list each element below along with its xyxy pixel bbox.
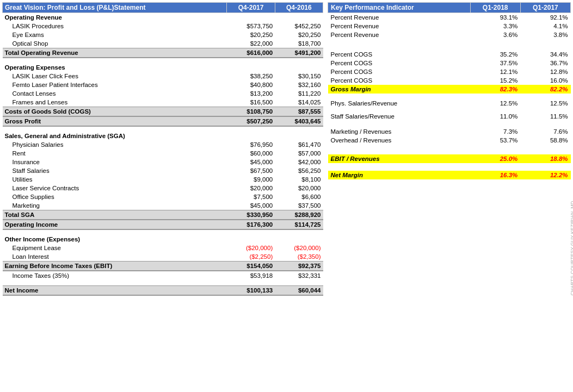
table-row: Staff Salaries $67,500 $56,250: [3, 166, 323, 175]
gross-profit-q4-2017: $507,250: [227, 116, 275, 126]
operating-income-q4-2017: $176,300: [227, 220, 275, 229]
table-title: Great Vision: Profit and Loss (P&L)State…: [3, 3, 227, 13]
kpi-label: Percent Revenue: [328, 22, 471, 30]
spacer: [328, 94, 571, 99]
item-q4-2016: $56,250: [275, 166, 323, 175]
net-margin-label: Net Margin: [328, 171, 471, 179]
item-q4-2017: ($20,000): [227, 244, 275, 252]
kpi-col1: 3.6%: [470, 30, 520, 39]
kpi-col1: 7.3%: [470, 127, 520, 136]
total-operating-revenue-row: Total Operating Revenue $616,000 $491,20…: [3, 48, 323, 58]
net-income-row: Net Income $100,133 $60,044: [3, 285, 323, 295]
watermark: CHARTS COURTESY GUY KEZIRIAN, MD: [570, 2, 573, 296]
kpi-label: Marketing / Revenues: [328, 127, 471, 136]
ebit-revenues-label: EBIT / Revenues: [328, 154, 471, 163]
total-sga-q4-2017: $330,950: [227, 210, 275, 220]
item-q4-2017: $45,000: [227, 158, 275, 166]
item-label: LASIK Laser Click Fees: [3, 72, 227, 80]
kpi-label: Percent Revenue: [328, 30, 471, 39]
spacer: [328, 145, 571, 150]
spacer: [3, 126, 323, 132]
item-label: Loan Interest: [3, 252, 227, 262]
table-row: LASIK Laser Click Fees $38,250 $30,150: [3, 72, 323, 80]
item-q4-2016: $20,000: [275, 184, 323, 192]
net-income-q4-2016: $60,044: [275, 285, 323, 295]
operating-income-label: Operating Income: [3, 220, 227, 229]
gross-margin-col2: 82.2%: [520, 85, 570, 94]
operating-revenue-section: Operating Revenue: [3, 13, 323, 22]
kpi-label: Percent COGS: [328, 76, 471, 85]
kpi-col1: 15.2%: [470, 76, 520, 85]
item-label: Frames and Lenses: [3, 98, 227, 107]
kpi-col2: 34.4%: [520, 50, 570, 59]
gross-profit-label: Gross Profit: [3, 116, 227, 126]
table-row: Loan Interest ($2,250) ($2,350): [3, 252, 323, 262]
kpi-col1: 12.5%: [470, 99, 520, 108]
item-q4-2017: $22,000: [227, 39, 275, 48]
item-q4-2016: $11,220: [275, 89, 323, 98]
sga-label: Sales, General and Administrative (SGA): [3, 132, 323, 140]
kpi-label: Percent COGS: [328, 50, 471, 59]
kpi-row: Staff Salaries/Revenue 11.0% 11.5%: [328, 112, 571, 121]
table-row: Utilities $9,000 $8,100: [3, 175, 323, 184]
cogs-q4-2016: $87,555: [275, 107, 323, 117]
item-label: LASIK Procedures: [3, 22, 227, 30]
total-label: Total Operating Revenue: [3, 48, 227, 58]
col-q4-2016-header: Q4-2016: [275, 3, 323, 13]
spacer: [3, 229, 323, 235]
table-row: Laser Service Contracts $20,000 $20,000: [3, 184, 323, 192]
kpi-row: Percent COGS 37.5% 36.7%: [328, 59, 571, 67]
kpi-row: Percent Revenue 3.6% 3.8%: [328, 30, 571, 39]
kpi-label: Percent Revenue: [328, 13, 471, 22]
table-row: Frames and Lenses $16,500 $14,025: [3, 98, 323, 107]
cogs-row: Costs of Goods Sold (COGS) $108,750 $87,…: [3, 107, 323, 117]
spacer: [3, 280, 323, 285]
item-q4-2017: $45,000: [227, 201, 275, 210]
item-q4-2017: $40,800: [227, 80, 275, 89]
net-margin-col1: 16.3%: [470, 171, 520, 179]
item-label: Eye Exams: [3, 30, 227, 39]
item-label: Laser Service Contracts: [3, 184, 227, 192]
item-q4-2016: $452,250: [275, 22, 323, 30]
other-income-label: Other Income (Expenses): [3, 235, 323, 244]
operating-income-row: Operating Income $176,300 $114,725: [3, 220, 323, 229]
table-row: Office Supplies $7,500 $6,600: [3, 192, 323, 201]
item-label: Equipment Lease: [3, 244, 227, 252]
kpi-col2: 3.8%: [520, 30, 570, 39]
ebit-label: Earning Before Income Taxes (EBIT): [3, 262, 227, 271]
income-tax-row: Income Taxes (35%) $53,918 $32,331: [3, 271, 323, 280]
kpi-col2: 12.8%: [520, 67, 570, 76]
left-panel: Great Vision: Profit and Loss (P&L)State…: [2, 2, 323, 296]
item-label: Office Supplies: [3, 192, 227, 201]
income-tax-label: Income Taxes (35%): [3, 271, 227, 280]
net-margin-col2: 12.2%: [520, 171, 570, 179]
item-q4-2016: $14,025: [275, 98, 323, 107]
kpi-header: Key Performance Indicator Q1-2018 Q1-201…: [328, 3, 571, 13]
item-q4-2017: ($2,250): [227, 252, 275, 262]
kpi-col1-header: Q1-2018: [470, 3, 520, 13]
table-row: Rent $60,000 $57,000: [3, 149, 323, 158]
kpi-col1: 12.1%: [470, 67, 520, 76]
net-margin-row: Net Margin 16.3% 12.2%: [328, 171, 571, 179]
item-q4-2016: $8,100: [275, 175, 323, 184]
item-q4-2016: $30,150: [275, 72, 323, 80]
kpi-col2: 58.8%: [520, 136, 570, 145]
item-q4-2017: $7,500: [227, 192, 275, 201]
item-q4-2017: $9,000: [227, 175, 275, 184]
kpi-label: Overhead / Revenues: [328, 136, 471, 145]
kpi-label: Phys. Salaries/Revenue: [328, 99, 471, 108]
kpi-col2: 12.5%: [520, 99, 570, 108]
item-q4-2016: $18,700: [275, 39, 323, 48]
item-q4-2016: $37,500: [275, 201, 323, 210]
table-row: Femto Laser Patient Interfaces $40,800 $…: [3, 80, 323, 89]
item-label: Rent: [3, 149, 227, 158]
kpi-col1: 11.0%: [470, 112, 520, 121]
item-q4-2016: $32,160: [275, 80, 323, 89]
kpi-title: Key Performance Indicator: [328, 3, 471, 13]
gross-profit-q4-2016: $403,645: [275, 116, 323, 126]
spacer: [328, 39, 571, 45]
kpi-row: Overhead / Revenues 53.7% 58.8%: [328, 136, 571, 145]
table-row: Marketing $45,000 $37,500: [3, 201, 323, 210]
kpi-col1: 53.7%: [470, 136, 520, 145]
kpi-row: Percent Revenue 93.1% 92.1%: [328, 13, 571, 22]
